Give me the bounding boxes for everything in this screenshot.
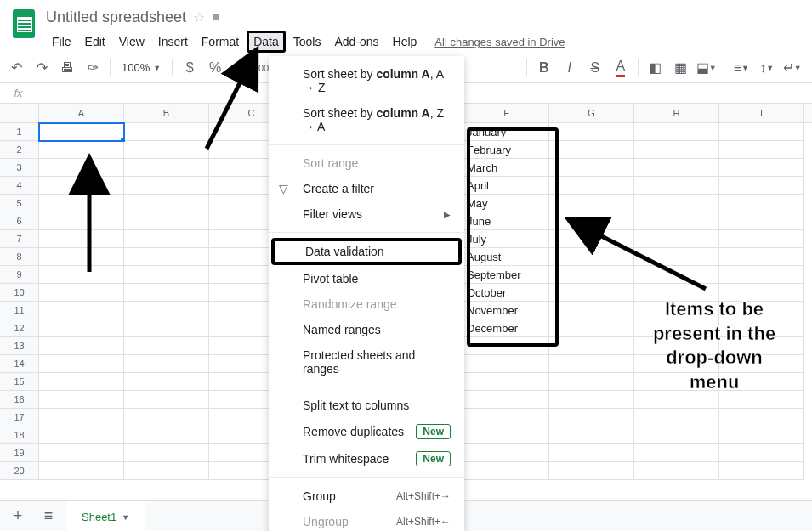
row-header[interactable]: 18 (0, 426, 39, 444)
zoom-select[interactable]: 100%▼ (116, 61, 166, 74)
row-header[interactable]: 3 (0, 159, 39, 177)
row-header[interactable]: 16 (0, 391, 39, 409)
cell[interactable] (634, 195, 719, 212)
redo-icon[interactable]: ↷ (31, 57, 53, 79)
cell[interactable] (39, 337, 124, 355)
col-header[interactable]: G (549, 104, 634, 122)
cell[interactable] (464, 337, 549, 355)
menu-help[interactable]: Help (387, 31, 423, 52)
menu-insert[interactable]: Insert (152, 31, 194, 52)
cell[interactable] (39, 248, 124, 266)
cell[interactable]: March (464, 159, 549, 177)
cell[interactable] (549, 159, 634, 177)
cell[interactable] (719, 212, 804, 230)
col-header[interactable]: A (39, 104, 124, 122)
cell[interactable] (124, 462, 209, 480)
cell[interactable] (634, 444, 719, 462)
decrease-decimal-button[interactable]: .0← (230, 57, 252, 79)
cell[interactable] (39, 230, 124, 248)
cell[interactable] (549, 391, 634, 409)
row-header[interactable]: 4 (0, 177, 39, 195)
menu-split-text[interactable]: Split text to columns (269, 393, 464, 418)
cell[interactable] (719, 266, 804, 284)
cell[interactable]: January (464, 123, 549, 141)
cell[interactable] (464, 462, 549, 480)
halign-icon[interactable]: ≡▼ (730, 57, 752, 79)
menu-tools[interactable]: Tools (287, 31, 327, 52)
chevron-down-icon[interactable]: ▼ (122, 513, 129, 522)
cell[interactable] (124, 266, 209, 284)
cell[interactable] (634, 266, 719, 284)
cell[interactable] (719, 462, 804, 480)
cell[interactable]: October (464, 284, 549, 302)
cell[interactable] (39, 141, 124, 159)
cell[interactable] (549, 123, 634, 141)
row-header[interactable]: 2 (0, 141, 39, 159)
cell[interactable]: July (464, 230, 549, 248)
cell[interactable] (634, 141, 719, 159)
menu-pivot-table[interactable]: Pivot table (269, 266, 464, 291)
menu-data[interactable]: Data (247, 31, 286, 53)
menu-file[interactable]: File (46, 31, 77, 52)
cell[interactable]: August (464, 248, 549, 266)
cell[interactable] (464, 373, 549, 391)
wrap-icon[interactable]: ↵▼ (781, 57, 803, 79)
cell[interactable] (719, 230, 804, 248)
menu-trim-ws[interactable]: Trim whitespaceNew (269, 445, 464, 472)
cell[interactable] (124, 195, 209, 212)
strike-button[interactable]: S (584, 57, 606, 79)
row-header[interactable]: 5 (0, 195, 39, 212)
cell[interactable] (549, 177, 634, 195)
row-header[interactable]: 10 (0, 284, 39, 302)
cell[interactable] (719, 177, 804, 195)
cell[interactable] (549, 141, 634, 159)
row-header[interactable]: 8 (0, 248, 39, 266)
paint-format-icon[interactable]: ✑ (82, 57, 104, 79)
cell[interactable] (634, 159, 719, 177)
cell[interactable] (634, 248, 719, 266)
cell[interactable] (124, 373, 209, 391)
cell[interactable] (39, 123, 124, 141)
cell[interactable] (634, 123, 719, 141)
row-header[interactable]: 17 (0, 409, 39, 426)
undo-icon[interactable]: ↶ (5, 57, 27, 79)
merge-icon[interactable]: ⬓▼ (696, 57, 718, 79)
cell[interactable] (549, 355, 634, 373)
cell[interactable] (549, 266, 634, 284)
row-header[interactable]: 19 (0, 444, 39, 462)
cell[interactable] (549, 230, 634, 248)
cell[interactable] (719, 195, 804, 212)
cell[interactable] (549, 462, 634, 480)
row-header[interactable]: 6 (0, 212, 39, 230)
cell[interactable] (549, 444, 634, 462)
cell[interactable] (39, 409, 124, 426)
row-header[interactable]: 1 (0, 123, 39, 141)
menu-protected[interactable]: Protected sheets and ranges (269, 342, 464, 381)
cell[interactable] (124, 319, 209, 337)
row-header[interactable]: 9 (0, 266, 39, 284)
cell[interactable] (39, 462, 124, 480)
cell[interactable] (464, 426, 549, 444)
cell[interactable] (124, 177, 209, 195)
cell[interactable] (124, 212, 209, 230)
row-header[interactable]: 15 (0, 373, 39, 391)
menu-remove-dup[interactable]: Remove duplicatesNew (269, 418, 464, 445)
cell[interactable] (719, 426, 804, 444)
col-header[interactable]: H (634, 104, 719, 122)
cell[interactable] (719, 123, 804, 141)
row-header[interactable]: 7 (0, 230, 39, 248)
menu-sort-az[interactable]: Sort sheet by column A, A → Z (269, 61, 464, 100)
fill-color-icon[interactable]: ◧ (644, 57, 667, 79)
cell[interactable] (549, 212, 634, 230)
row-header[interactable]: 13 (0, 337, 39, 355)
cell[interactable] (124, 302, 209, 319)
menu-named-ranges[interactable]: Named ranges (269, 317, 464, 342)
cell[interactable] (719, 444, 804, 462)
menu-group[interactable]: GroupAlt+Shift+→ (269, 483, 464, 509)
cell[interactable] (549, 409, 634, 426)
col-header[interactable]: B (124, 104, 209, 122)
menu-format[interactable]: Format (196, 31, 245, 52)
cell[interactable] (39, 319, 124, 337)
cell[interactable]: November (464, 302, 549, 319)
cell[interactable] (719, 409, 804, 426)
